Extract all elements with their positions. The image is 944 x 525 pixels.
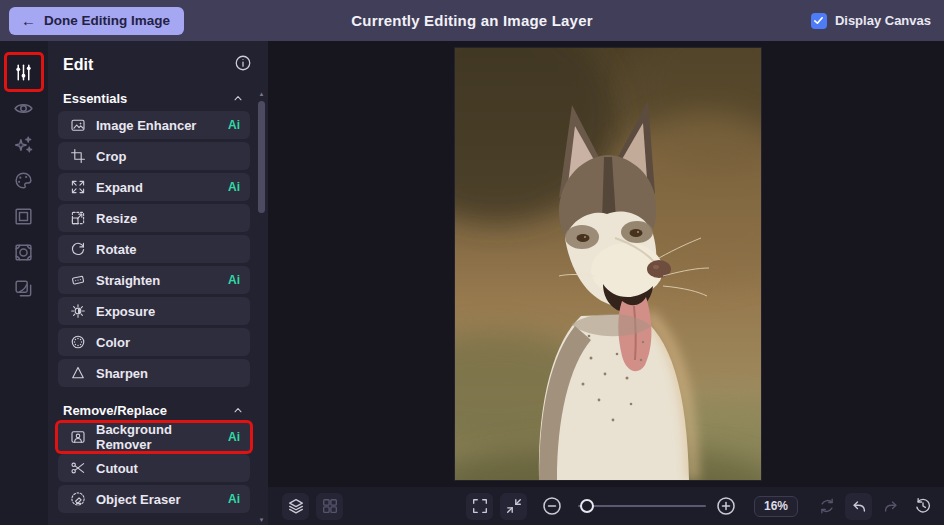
done-editing-button[interactable]: ← Done Editing Image <box>9 7 184 35</box>
frame-icon <box>13 206 34 227</box>
menu-item-label: Color <box>96 335 240 350</box>
color-icon <box>70 334 86 350</box>
edit-panel: Edit EssentialsImage EnhancerAiCropExpan… <box>48 41 268 525</box>
cutout-icon <box>70 460 86 476</box>
menu-item-label: Rotate <box>96 242 240 257</box>
top-bar: ← Done Editing Image Currently Editing a… <box>0 0 944 41</box>
rail-button-adjust-sliders[interactable] <box>7 55 41 89</box>
menu-item-label: Sharpen <box>96 366 240 381</box>
refresh-icon <box>818 497 836 515</box>
rail-button-sparkles[interactable] <box>7 127 41 161</box>
ai-badge: Ai <box>228 118 240 132</box>
undo-button[interactable] <box>845 493 872 520</box>
menu-item-background-remover[interactable]: Background RemoverAi <box>58 423 250 451</box>
display-canvas-toggle[interactable]: Display Canvas <box>811 13 931 29</box>
ai-badge: Ai <box>228 492 240 506</box>
tool-rail <box>0 41 48 525</box>
ornate-frame-icon <box>13 242 34 263</box>
menu-item-rotate[interactable]: Rotate <box>58 235 250 263</box>
panel-scrollbar[interactable]: ▲ ▼ <box>257 91 266 525</box>
exposure-icon <box>70 303 86 319</box>
zoom-slider-knob[interactable] <box>580 499 594 513</box>
menu-item-sharpen[interactable]: Sharpen <box>58 359 250 387</box>
palette-icon <box>13 170 34 191</box>
menu-item-label: Exposure <box>96 304 240 319</box>
menu-item-expand[interactable]: ExpandAi <box>58 173 250 201</box>
fit-to-screen-icon <box>505 497 523 515</box>
fit-to-screen-button[interactable] <box>500 493 527 520</box>
sharpen-icon <box>70 365 86 381</box>
redo-button[interactable] <box>877 493 904 520</box>
section-header-remove-replace[interactable]: Remove/Replace <box>58 397 250 423</box>
zoom-in-icon <box>716 496 736 516</box>
adjust-sliders-icon <box>13 62 34 83</box>
checkbox-checked-icon[interactable] <box>811 13 827 29</box>
image-layer-husky-photo[interactable] <box>455 48 761 480</box>
scroll-up-icon[interactable]: ▲ <box>257 91 266 97</box>
zoom-out-button[interactable] <box>538 493 565 520</box>
image-enhancer-icon <box>70 117 86 133</box>
back-arrow-icon: ← <box>21 13 36 28</box>
page-title: Currently Editing an Image Layer <box>351 12 592 29</box>
menu-item-label: Resize <box>96 211 240 226</box>
crop-icon <box>70 148 86 164</box>
scrollbar-thumb[interactable] <box>258 101 265 213</box>
background-remover-icon <box>70 429 86 445</box>
menu-item-label: Straighten <box>96 273 218 288</box>
menu-item-label: Object Eraser <box>96 492 218 507</box>
layers-button[interactable] <box>282 493 309 520</box>
zoom-slider[interactable] <box>578 496 706 516</box>
menu-item-label: Expand <box>96 180 218 195</box>
menu-item-straighten[interactable]: StraightenAi <box>58 266 250 294</box>
panel-title: Edit <box>63 56 93 74</box>
zoom-out-icon <box>542 496 562 516</box>
menu-item-cutout[interactable]: Cutout <box>58 454 250 482</box>
chevron-up-icon <box>232 92 244 104</box>
rail-button-frame[interactable] <box>7 199 41 233</box>
expand-icon <box>70 179 86 195</box>
menu-item-crop[interactable]: Crop <box>58 142 250 170</box>
grid-icon <box>321 497 339 515</box>
display-canvas-label: Display Canvas <box>835 13 931 28</box>
ai-badge: Ai <box>228 273 240 287</box>
object-eraser-icon <box>70 491 86 507</box>
undo-icon <box>850 497 868 515</box>
reset-rotation-button[interactable] <box>813 493 840 520</box>
menu-item-resize[interactable]: Resize <box>58 204 250 232</box>
overlapping-squares-icon <box>13 278 34 299</box>
menu-item-image-enhancer[interactable]: Image EnhancerAi <box>58 111 250 139</box>
menu-item-object-eraser[interactable]: Object EraserAi <box>58 485 250 513</box>
menu-item-label: Image Enhancer <box>96 118 218 133</box>
zoom-level-input[interactable]: 16% <box>754 496 798 517</box>
redo-icon <box>882 497 900 515</box>
sparkles-icon <box>13 134 34 155</box>
section-label: Essentials <box>63 91 127 106</box>
menu-item-color[interactable]: Color <box>58 328 250 356</box>
info-icon[interactable] <box>234 54 252 76</box>
history-clock-icon <box>914 497 932 515</box>
fullscreen-icon <box>471 497 489 515</box>
rail-button-ornate-frame[interactable] <box>7 235 41 269</box>
rail-button-overlapping-squares[interactable] <box>7 271 41 305</box>
menu-item-label: Crop <box>96 149 240 164</box>
grid-view-button[interactable] <box>316 493 343 520</box>
done-editing-label: Done Editing Image <box>44 13 170 28</box>
rail-button-palette[interactable] <box>7 163 41 197</box>
menu-item-label: Background Remover <box>96 422 218 452</box>
eye-icon <box>13 98 34 119</box>
canvas-area: 16% <box>268 41 944 525</box>
zoom-slider-track[interactable] <box>578 505 706 507</box>
rail-button-eye[interactable] <box>7 91 41 125</box>
ai-badge: Ai <box>228 180 240 194</box>
section-label: Remove/Replace <box>63 403 167 418</box>
history-reset-button[interactable] <box>909 493 936 520</box>
scroll-down-icon[interactable]: ▼ <box>257 517 266 523</box>
resize-icon <box>70 210 86 226</box>
menu-item-exposure[interactable]: Exposure <box>58 297 250 325</box>
menu-item-label: Cutout <box>96 461 240 476</box>
chevron-up-icon <box>232 404 244 416</box>
fullscreen-button[interactable] <box>466 493 493 520</box>
section-header-essentials[interactable]: Essentials <box>58 85 250 111</box>
zoom-in-button[interactable] <box>712 493 739 520</box>
ai-badge: Ai <box>228 430 240 444</box>
